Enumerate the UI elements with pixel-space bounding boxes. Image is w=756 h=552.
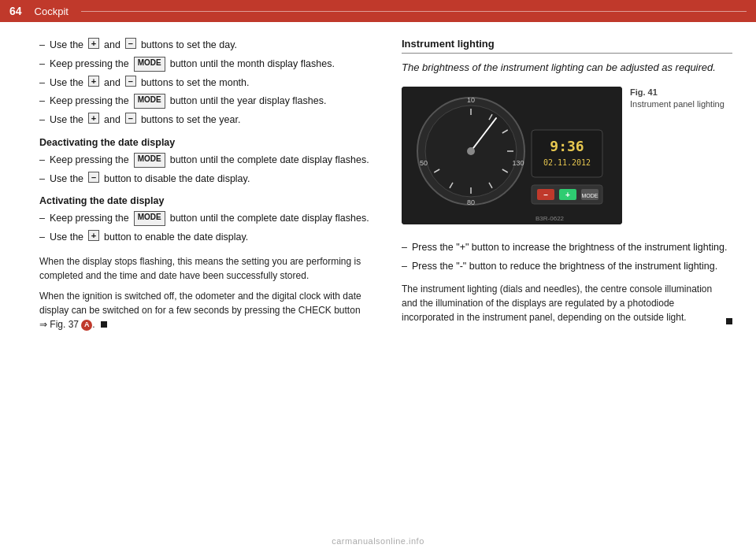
svg-text:B3R-0622: B3R-0622	[536, 215, 565, 222]
list-item: Use the + and – buttons to set the year.	[39, 113, 370, 128]
mode-button-icon: MODE	[134, 94, 165, 109]
bottom-note: The instrument lighting (dials and needl…	[402, 282, 732, 324]
fig-caption-text: Instrument panel lighting	[630, 99, 724, 109]
minus-button-icon: –	[125, 76, 136, 87]
plus-button-icon: +	[88, 230, 99, 241]
list-item: Keep pressing the MODE button until the …	[39, 211, 370, 226]
list-item: Keep pressing the MODE button until the …	[39, 57, 370, 72]
note2: When the ignition is switched off, the o…	[39, 289, 370, 332]
svg-text:–: –	[543, 191, 548, 199]
check-circle-icon: A	[81, 320, 92, 331]
page-title: Cockpit	[35, 6, 69, 17]
brightness-list: Press the "+" button to increase the bri…	[402, 240, 732, 275]
svg-text:9:36: 9:36	[550, 138, 584, 154]
header-divider	[81, 11, 747, 12]
main-content: Use the + and – buttons to set the day. …	[0, 22, 756, 547]
svg-text:80: 80	[467, 198, 475, 206]
list-item: Use the + button to enable the date disp…	[39, 230, 370, 245]
deactivating-list: Keep pressing the MODE button until the …	[39, 153, 370, 187]
list-item: Use the – button to disable the date dis…	[39, 172, 370, 187]
note1: When the display stops flashing, this me…	[39, 254, 370, 283]
list-item: Keep pressing the MODE button until the …	[39, 153, 370, 168]
mode-button-icon: MODE	[134, 211, 165, 226]
svg-text:02.11.2012: 02.11.2012	[543, 158, 591, 167]
mode-button-icon: MODE	[134, 153, 165, 168]
left-column: Use the + and – buttons to set the day. …	[39, 38, 370, 532]
day-month-year-list: Use the + and – buttons to set the day. …	[39, 38, 370, 128]
minus-button-icon: –	[125, 38, 136, 49]
plus-button-icon: +	[88, 38, 99, 49]
watermark: carmanualsonline.info	[332, 536, 424, 546]
instrument-lighting-heading: Instrument lighting	[402, 38, 732, 54]
bottom-note-text: The instrument lighting (dials and needl…	[402, 282, 720, 324]
minus-button-icon: –	[125, 113, 136, 124]
list-item: Keep pressing the MODE button until the …	[39, 94, 370, 109]
svg-point-13	[467, 147, 475, 155]
end-marker	[726, 318, 732, 324]
figure-caption: Fig. 41 Instrument panel lighting	[630, 87, 724, 231]
deactivating-heading: Deactivating the date display	[39, 137, 370, 148]
list-item: Press the "-" button to reduce the brigh…	[402, 259, 732, 274]
svg-text:50: 50	[420, 159, 428, 167]
svg-text:MODE: MODE	[582, 193, 598, 198]
list-item: Press the "+" button to increase the bri…	[402, 240, 732, 255]
svg-text:130: 130	[512, 159, 524, 167]
page-header: 64 Cockpit	[0, 0, 756, 22]
instrument-image-row: 10 80 50 130 9:36 02.11.2012 –	[402, 87, 732, 231]
page-number: 64	[9, 5, 22, 17]
right-column: Instrument lighting The brightness of th…	[402, 38, 732, 532]
instrument-image: 10 80 50 130 9:36 02.11.2012 –	[402, 87, 622, 224]
end-marker	[101, 321, 107, 328]
activating-list: Keep pressing the MODE button until the …	[39, 211, 370, 245]
mode-button-icon: MODE	[134, 57, 165, 72]
list-item: Use the + and – buttons to set the day.	[39, 38, 370, 53]
list-item: Use the + and – buttons to set the month…	[39, 76, 370, 91]
svg-text:10: 10	[467, 96, 475, 104]
svg-text:+: +	[565, 191, 570, 199]
minus-button-icon: –	[88, 172, 99, 183]
fig-label: Fig. 41	[630, 87, 658, 97]
plus-button-icon: +	[88, 113, 99, 124]
plus-button-icon: +	[88, 76, 99, 87]
instrument-intro: The brightness of the instrument lightin…	[402, 60, 732, 76]
activating-heading: Activating the date display	[39, 195, 370, 206]
